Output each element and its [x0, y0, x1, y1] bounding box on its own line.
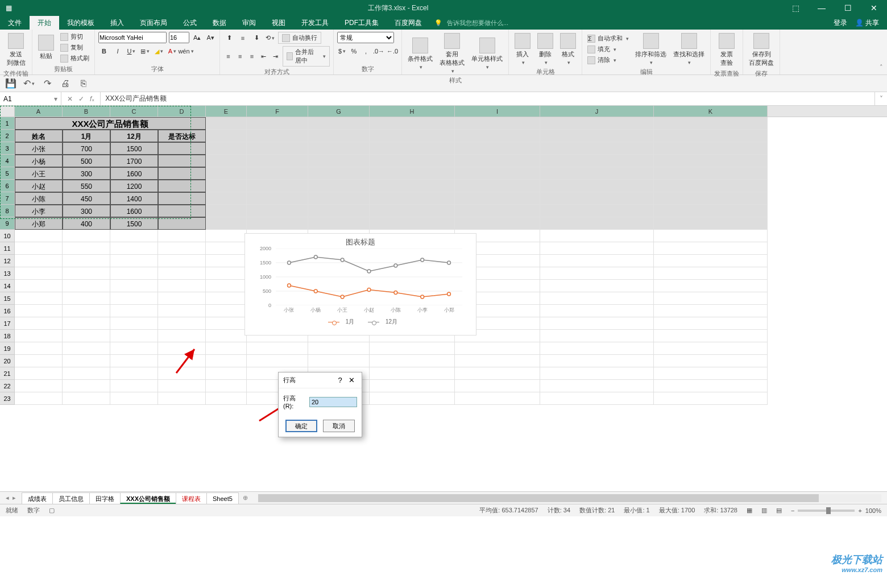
- redo-button[interactable]: ↷: [42, 78, 52, 89]
- cell-B4[interactable]: 500: [63, 155, 110, 167]
- decrease-font-button[interactable]: A▾: [205, 32, 217, 43]
- find-select-button[interactable]: 查找和选择: [671, 32, 707, 67]
- cell-F8[interactable]: [247, 205, 308, 217]
- cell-I5[interactable]: [455, 167, 540, 180]
- comma-button[interactable]: ,: [361, 45, 371, 57]
- row-header-13[interactable]: 13: [0, 267, 15, 280]
- decrease-decimal-button[interactable]: ←.0: [387, 45, 398, 57]
- row-header-19[interactable]: 19: [0, 342, 15, 355]
- cell-K13[interactable]: [654, 267, 768, 280]
- cell-B9[interactable]: 400: [63, 217, 110, 230]
- cell-D15[interactable]: [158, 292, 206, 305]
- cell-B18[interactable]: [63, 330, 110, 342]
- fill-color-button[interactable]: ◢: [153, 45, 164, 57]
- dialog-cancel-button[interactable]: 取消: [323, 420, 355, 432]
- ribbon-tab-0[interactable]: 文件: [0, 16, 30, 30]
- cell-C12[interactable]: [110, 255, 158, 267]
- cell-H19[interactable]: [370, 342, 455, 355]
- row-header-3[interactable]: 3: [0, 142, 15, 155]
- row-header-17[interactable]: 17: [0, 317, 15, 330]
- cell-A10[interactable]: [15, 230, 63, 242]
- formula-input[interactable]: XXX公司产品销售额: [101, 94, 874, 103]
- cell-D3[interactable]: [158, 142, 206, 155]
- cell-G2[interactable]: [308, 130, 370, 142]
- cell-K22[interactable]: [654, 380, 768, 392]
- cell-B2[interactable]: 1月: [63, 130, 110, 142]
- cell-G6[interactable]: [308, 180, 370, 192]
- cell-B20[interactable]: [63, 355, 110, 367]
- cell-A14[interactable]: [15, 280, 63, 292]
- cell-E12[interactable]: [206, 255, 247, 267]
- cell-C10[interactable]: [110, 230, 158, 242]
- cell-J21[interactable]: [540, 367, 654, 380]
- cell-F4[interactable]: [247, 155, 308, 167]
- column-headers[interactable]: ABCDEFGHIJK: [15, 106, 887, 117]
- cell-F9[interactable]: [247, 217, 308, 230]
- wrap-text-button[interactable]: 自动换行: [278, 32, 321, 44]
- cell-E20[interactable]: [206, 355, 247, 367]
- cell-A12[interactable]: [15, 255, 63, 267]
- cell-K1[interactable]: [654, 117, 768, 130]
- cell-styles-button[interactable]: 单元格样式: [469, 36, 505, 71]
- cell-K16[interactable]: [654, 305, 768, 317]
- cell-B15[interactable]: [63, 292, 110, 305]
- embedded-chart[interactable]: 图表标题 0500100015002000 小张小杨小王小赵小陈小李小郑 1月 …: [244, 233, 476, 336]
- cell-E15[interactable]: [206, 292, 247, 305]
- cell-D2[interactable]: 是否达标: [158, 130, 206, 142]
- cell-H5[interactable]: [370, 167, 455, 180]
- sheet-tab-2[interactable]: 田字格: [89, 492, 121, 504]
- cell-D22[interactable]: [158, 380, 206, 392]
- cell-J19[interactable]: [540, 342, 654, 355]
- cell-K2[interactable]: [654, 130, 768, 142]
- cell-F19[interactable]: [247, 342, 308, 355]
- cell-D9[interactable]: [158, 217, 206, 230]
- clear-button[interactable]: 清除: [586, 55, 631, 65]
- cell-C15[interactable]: [110, 292, 158, 305]
- col-header-E[interactable]: E: [206, 106, 247, 117]
- cell-C2[interactable]: 12月: [110, 130, 158, 142]
- paste-button[interactable]: 粘贴: [36, 34, 56, 61]
- cell-A5[interactable]: 小王: [15, 167, 63, 180]
- cell-H2[interactable]: [370, 130, 455, 142]
- cell-C18[interactable]: [110, 330, 158, 342]
- ribbon-tab-5[interactable]: 公式: [175, 16, 205, 30]
- font-size-select[interactable]: [169, 32, 189, 43]
- align-right-button[interactable]: ≡: [247, 51, 257, 62]
- col-header-I[interactable]: I: [455, 106, 540, 117]
- select-all-corner[interactable]: [0, 106, 15, 117]
- delete-cells-button[interactable]: 删除: [535, 32, 556, 67]
- cell-E6[interactable]: [206, 180, 247, 192]
- cell-D5[interactable]: [158, 167, 206, 180]
- cancel-formula-button[interactable]: ✕: [67, 95, 73, 103]
- cell-F6[interactable]: [247, 180, 308, 192]
- cell-C9[interactable]: 1500: [110, 217, 158, 230]
- cell-B7[interactable]: 450: [63, 192, 110, 205]
- ribbon-tab-1[interactable]: 开始: [30, 16, 59, 30]
- cut-button[interactable]: 剪切: [59, 32, 91, 42]
- cell-K10[interactable]: [654, 230, 768, 242]
- row-header-23[interactable]: 23: [0, 392, 15, 405]
- cell-B22[interactable]: [63, 380, 110, 392]
- cell-A1[interactable]: XXX公司产品销售额: [15, 117, 206, 130]
- cell-B11[interactable]: [63, 242, 110, 255]
- increase-decimal-button[interactable]: .0→: [373, 45, 384, 57]
- cell-B12[interactable]: [63, 255, 110, 267]
- row-header-5[interactable]: 5: [0, 167, 15, 180]
- fill-button[interactable]: 填充: [586, 44, 631, 54]
- cell-A16[interactable]: [15, 305, 63, 317]
- cell-A22[interactable]: [15, 380, 63, 392]
- cell-B14[interactable]: [63, 280, 110, 292]
- view-page-break-button[interactable]: ▤: [776, 507, 782, 514]
- cell-K19[interactable]: [654, 342, 768, 355]
- cell-A23[interactable]: [15, 392, 63, 405]
- cell-K18[interactable]: [654, 330, 768, 342]
- cell-F1[interactable]: [247, 117, 308, 130]
- cell-B13[interactable]: [63, 267, 110, 280]
- cell-I2[interactable]: [455, 130, 540, 142]
- undo-button[interactable]: ↶: [24, 78, 34, 89]
- accounting-format-button[interactable]: $: [337, 45, 347, 57]
- row-height-input[interactable]: [309, 397, 357, 407]
- row-header-6[interactable]: 6: [0, 180, 15, 192]
- cell-A19[interactable]: [15, 342, 63, 355]
- format-painter-button[interactable]: 格式刷: [59, 53, 91, 63]
